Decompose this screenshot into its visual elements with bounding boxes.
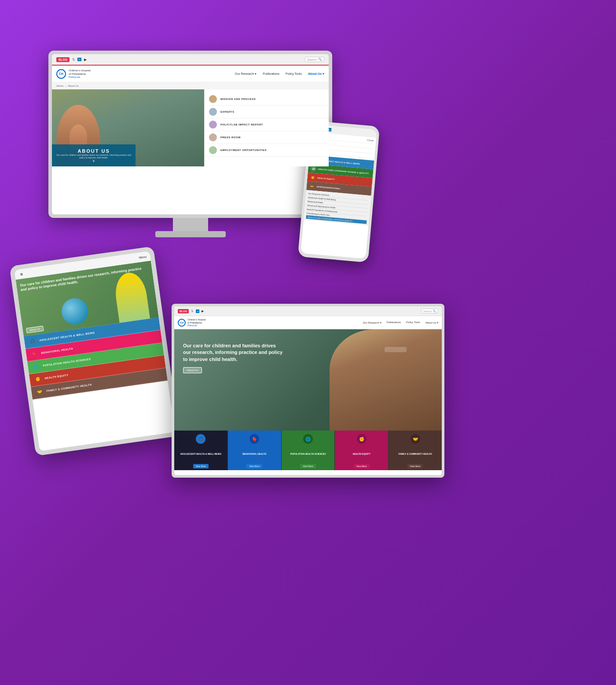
laptop-behavioral-label: BEHAVIORAL HEALTH: [242, 453, 266, 456]
laptop-population-btn[interactable]: View More: [300, 464, 316, 468]
nav-about[interactable]: About Us ▾: [308, 72, 324, 76]
laptop-behavioral-btn[interactable]: View More: [246, 464, 262, 468]
hamburger-icon[interactable]: ≡: [20, 272, 23, 277]
laptop-nav-about[interactable]: About Us ▾: [425, 321, 438, 324]
monitor-stand: [173, 218, 208, 231]
laptop-nav-links: Our Research ▾ Publications Policy Tools…: [363, 321, 438, 324]
tablet-frame: ≡ Menu Our care for children and familie…: [9, 246, 180, 456]
glasses-shape: [385, 347, 407, 352]
logo: CH Children's Hospitalof Philadelphia Po…: [56, 69, 91, 79]
laptop-youtube[interactable]: ▶: [202, 309, 204, 313]
monitor-base: [155, 231, 226, 237]
laptop-logo-icon: CH: [178, 319, 186, 327]
laptop-linkedin[interactable]: in: [196, 309, 199, 313]
laptop-family-icon: 🤝: [411, 434, 420, 444]
dropdown-item-report[interactable]: POLICYLAB IMPACT REPORT: [205, 118, 329, 131]
laptop-adolescent-label: ADOLESCENT HEALTH & WELL-BEING: [180, 453, 222, 456]
desktop-monitor: BLOG 𝕏 in ▶ Search 🔍 CH Children's Hospi…: [48, 51, 332, 240]
laptop-hero-text: Our care for children and families drive…: [183, 342, 284, 363]
laptop-equity-btn[interactable]: View More: [354, 464, 370, 468]
desktop-navbar: CH Children's Hospitalof Philadelphia Po…: [52, 66, 329, 82]
monitor-frame: BLOG 𝕏 in ▶ Search 🔍 CH Children's Hospi…: [48, 51, 332, 218]
laptop-search[interactable]: Search 🔍: [421, 309, 438, 313]
nav-research[interactable]: Our Research ▾: [235, 72, 257, 76]
laptop-cat-behavioral[interactable]: 🫀 BEHAVIORAL HEALTH View More: [228, 431, 282, 470]
breadcrumb-home[interactable]: Home: [56, 85, 63, 87]
adolescent-icon: 🎧: [27, 336, 37, 346]
dropdown-item-experts[interactable]: EXPERTS: [205, 106, 329, 118]
laptop-cat-adolescent[interactable]: 🎧 ADOLESCENT HEALTH & WELL-BEING View Mo…: [174, 431, 228, 470]
phone-submenu: Our Research Overview Adolescent Health …: [304, 190, 371, 226]
hero-image: ABOUT US Our care for children and famil…: [52, 89, 204, 166]
laptop-nav-policy[interactable]: Policy Tools: [406, 321, 420, 324]
about-subtitle: Our care for children and families drive…: [52, 154, 136, 159]
monitor-screen: BLOG 𝕏 in ▶ Search 🔍 CH Children's Hospi…: [52, 54, 329, 214]
breadcrumb: Home › About Us: [52, 82, 329, 89]
laptop-search-text: Search: [423, 310, 432, 313]
laptop-equity-icon: ✊: [357, 434, 367, 444]
laptop-hospital-name: Children's Hospitalof Philadelphia: [187, 318, 206, 324]
laptop-blog[interactable]: BLOG: [178, 309, 189, 313]
blog-button[interactable]: BLOG: [56, 57, 70, 62]
laptop-hero-text-block: Our care for children and families drive…: [183, 342, 284, 373]
laptop-screen: BLOG 𝕏 in ▶ Search 🔍 CH Children's Hospi…: [174, 306, 442, 475]
equity-icon: ✊: [33, 374, 43, 384]
laptop-adolescent-icon: 🎧: [196, 434, 205, 444]
linkedin-icon[interactable]: in: [77, 58, 81, 61]
desktop-topbar: BLOG 𝕏 in ▶ Search 🔍: [52, 54, 329, 66]
search-icon: 🔍: [318, 58, 322, 61]
laptop-adolescent-btn[interactable]: View More: [193, 464, 209, 468]
laptop-about-btn[interactable]: About Us: [183, 367, 202, 373]
laptop-cat-equity[interactable]: ✊ HEALTH EQUITY View More: [335, 431, 389, 470]
laptop-navbar: CH Children's Hospitalof Philadelphia Po…: [174, 316, 442, 329]
laptop-population-label: POPULATION HEALTH SCIENCES: [290, 453, 326, 456]
laptop-twitter[interactable]: 𝕏: [191, 309, 194, 313]
search-box[interactable]: Search 🔍: [305, 57, 324, 62]
laptop-frame: BLOG 𝕏 in ▶ Search 🔍 CH Children's Hospi…: [172, 304, 444, 478]
laptop-nav-research[interactable]: Our Research ▾: [363, 321, 381, 324]
phone-equity-icon: ✊: [309, 174, 316, 180]
hospital-name: Children's Hospitalof Philadelphia: [69, 69, 91, 76]
about-title: ABOUT US: [77, 148, 110, 154]
family-icon: 🤝: [34, 387, 44, 397]
laptop-categories: 🎧 ADOLESCENT HEALTH & WELL-BEING View Mo…: [174, 431, 442, 470]
menu-label[interactable]: Menu: [139, 255, 147, 259]
laptop-behavioral-icon: 🫀: [249, 434, 259, 444]
laptop-hero: Our care for children and families drive…: [174, 329, 442, 431]
desktop-hero: ABOUT US Our care for children and famil…: [52, 89, 329, 166]
dropdown-item-press[interactable]: PRESS ROOM: [205, 131, 329, 144]
laptop-family-label: FAMILY & COMMUNITY HEALTH: [398, 453, 432, 456]
laptop-nav-publications[interactable]: Publications: [387, 321, 401, 324]
breadcrumb-sep: ›: [65, 85, 66, 87]
laptop-logo: CH Children's Hospitalof Philadelphia Po…: [178, 318, 206, 327]
about-dropdown: MISSION AND PROCESS EXPERTS POLICYLAB IM…: [204, 89, 329, 166]
dropdown-item-mission[interactable]: MISSION AND PROCESS: [205, 93, 329, 106]
scroll-arrow: ∨: [92, 159, 95, 163]
twitter-icon[interactable]: 𝕏: [72, 58, 75, 62]
tablet-screen: ≡ Menu Our care for children and familie…: [15, 251, 175, 451]
laptop-device: BLOG 𝕏 in ▶ Search 🔍 CH Children's Hospi…: [172, 304, 444, 478]
laptop-equity-label: HEALTH EQUITY: [353, 453, 370, 456]
nav-links: Our Research ▾ Publications Policy Tools…: [235, 72, 324, 76]
about-banner: ABOUT US Our care for children and famil…: [52, 144, 136, 166]
tablet-device: ≡ Menu Our care for children and familie…: [9, 246, 180, 456]
lab-name: PolicyLab: [69, 76, 91, 78]
laptop-search-icon: 🔍: [433, 309, 436, 313]
breadcrumb-current: About Us: [68, 85, 79, 87]
phone-close[interactable]: Close: [367, 139, 374, 142]
nav-policy[interactable]: Policy Tools: [286, 72, 302, 76]
youtube-icon[interactable]: ▶: [84, 58, 87, 62]
laptop-cat-population[interactable]: 🌐 POPULATION HEALTH SCIENCES View More: [282, 431, 335, 470]
laptop-cat-family[interactable]: 🤝 FAMILY & COMMUNITY HEALTH View More: [389, 431, 442, 470]
phone-intergenerational-icon: 👐: [308, 183, 315, 189]
laptop-person: [330, 329, 442, 431]
behavioral-icon: 🫀: [29, 349, 39, 359]
laptop-lab-name: PolicyLab: [187, 324, 206, 327]
population-icon: 🌐: [31, 362, 41, 372]
laptop-topbar: BLOG 𝕏 in ▶ Search 🔍: [174, 306, 442, 316]
search-placeholder: Search: [307, 58, 317, 61]
dropdown-item-employment[interactable]: EMPLOYMENT OPPORTUNITIES: [205, 144, 329, 157]
laptop-population-icon: 🌐: [303, 434, 313, 444]
laptop-family-btn[interactable]: View More: [407, 464, 423, 468]
nav-publications[interactable]: Publications: [263, 72, 279, 76]
